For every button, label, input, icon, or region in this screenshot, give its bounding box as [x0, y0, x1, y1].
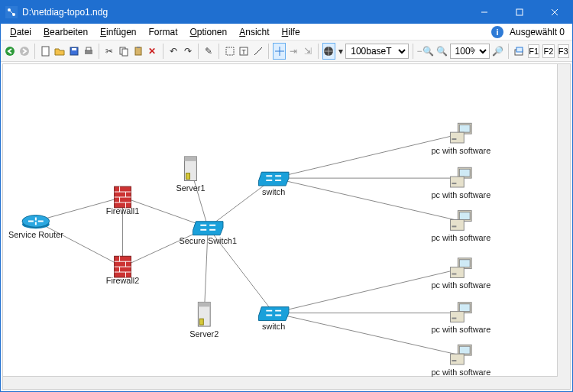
save-button[interactable]: [68, 43, 81, 60]
menu-view[interactable]: Ansicht: [235, 25, 274, 39]
minimize-button[interactable]: [467, 1, 502, 24]
menu-bar: Datei Bearbeiten Einfügen Format Optione…: [1, 24, 572, 40]
menu-file[interactable]: Datei: [5, 25, 36, 39]
node-router[interactable]: Service Router: [8, 215, 63, 240]
delete-button[interactable]: ✕: [146, 43, 159, 60]
line-button[interactable]: [252, 43, 265, 60]
selection-status: Ausgewählt 0: [507, 27, 568, 37]
link-swB-pc6[interactable]: [274, 313, 461, 356]
svg-point-9: [20, 47, 29, 56]
menu-format[interactable]: Format: [144, 25, 182, 39]
svg-rect-29: [516, 47, 523, 52]
app-window: D:\netdiag-topo1.ndg Datei Bearbeiten Ei…: [0, 0, 573, 392]
paste-button[interactable]: [131, 43, 144, 60]
menu-insert[interactable]: Einfügen: [96, 25, 141, 39]
svg-line-22: [254, 47, 262, 55]
open-button[interactable]: [53, 43, 66, 60]
topology-svg[interactable]: Service RouterFirewall1Firewall2Server1S…: [3, 64, 570, 389]
zoom-fit-button[interactable]: 🔎: [491, 43, 504, 60]
print-button[interactable]: [82, 43, 95, 60]
svg-text:T: T: [242, 48, 247, 56]
link-type-select[interactable]: 100baseT: [345, 44, 409, 59]
node-label: pc with software: [431, 368, 490, 377]
svg-rect-18: [137, 47, 140, 48]
select-button[interactable]: [223, 43, 236, 60]
node-label: pc with software: [431, 190, 490, 199]
diagram-canvas[interactable]: Service RouterFirewall1Firewall2Server1S…: [2, 63, 571, 390]
node-label: pc with software: [431, 233, 490, 242]
svg-rect-12: [72, 48, 76, 50]
new-button[interactable]: [39, 43, 52, 60]
window-controls: [467, 1, 572, 24]
maximize-button[interactable]: [502, 1, 537, 24]
node-label: switch: [262, 322, 285, 331]
node-pc2[interactable]: pc with software: [431, 167, 490, 199]
link-swA-pc1[interactable]: [274, 134, 461, 178]
grid-button[interactable]: [322, 43, 335, 60]
menu-help[interactable]: Hilfe: [277, 25, 305, 39]
redo-button[interactable]: ↷: [181, 43, 194, 60]
cut-button[interactable]: ✂: [103, 43, 116, 60]
zoom-out-button[interactable]: −🔍: [417, 43, 434, 60]
window-title: D:\netdiag-topo1.ndg: [22, 7, 467, 18]
copy-button[interactable]: [118, 43, 131, 60]
grid-options-button[interactable]: ▾: [337, 43, 344, 60]
node-pc5[interactable]: pc with software: [431, 303, 490, 335]
svg-rect-16: [122, 49, 128, 56]
svg-point-8: [5, 47, 15, 56]
f3-button[interactable]: F3: [558, 44, 569, 58]
node-swB[interactable]: switch: [258, 307, 289, 332]
menu-edit[interactable]: Bearbeiten: [39, 25, 92, 39]
zoom-in-button[interactable]: 🔍: [435, 43, 448, 60]
node-label: Firewall2: [106, 276, 139, 285]
node-label: pc with software: [431, 146, 490, 155]
node-srv2[interactable]: Server2: [189, 302, 219, 338]
node-pc6[interactable]: pc with software: [431, 345, 490, 377]
title-bar[interactable]: D:\netdiag-topo1.ndg: [1, 1, 572, 24]
snap-button[interactable]: [273, 43, 286, 60]
node-sswitch[interactable]: Secure Switch1: [179, 222, 236, 246]
info-icon[interactable]: i: [491, 26, 503, 38]
distribute-button[interactable]: ⇲: [302, 43, 315, 60]
node-label: Server1: [176, 183, 205, 193]
f1-button[interactable]: F1: [528, 44, 539, 58]
nav-forward-button[interactable]: [18, 43, 31, 60]
undo-button[interactable]: ↶: [167, 43, 180, 60]
zoom-select[interactable]: 100%: [450, 44, 490, 59]
align-button[interactable]: ⇥: [287, 43, 300, 60]
svg-rect-19: [226, 47, 234, 55]
node-label: Secure Switch1: [179, 236, 236, 245]
link-swA-pc3[interactable]: [274, 178, 461, 221]
toolbar: ✂ ✕ ↶ ↷ ✎ T ⇥ ⇲ ▾ 100baseT −🔍 🔍 100% 🔎 F…: [1, 40, 572, 62]
node-label: Server2: [189, 329, 219, 339]
svg-rect-5: [516, 9, 523, 15]
app-icon: [5, 6, 18, 18]
close-button[interactable]: [537, 1, 572, 24]
node-pc3[interactable]: pc with software: [431, 211, 490, 243]
svg-rect-17: [135, 47, 141, 55]
svg-rect-14: [86, 47, 91, 50]
format-painter-button[interactable]: ✎: [202, 43, 215, 60]
node-swA[interactable]: switch: [258, 172, 289, 196]
link-router-fw2[interactable]: [36, 221, 123, 267]
text-button[interactable]: T: [238, 43, 251, 60]
f2-button[interactable]: F2: [542, 44, 554, 58]
node-label: Service Router: [8, 230, 63, 239]
link-swB-pc4[interactable]: [274, 269, 461, 313]
nav-back-button[interactable]: [4, 43, 17, 60]
node-label: Firewall1: [106, 206, 139, 215]
node-label: switch: [262, 187, 285, 196]
layers-button[interactable]: [512, 43, 525, 60]
node-label: pc with software: [431, 280, 490, 290]
svg-rect-10: [42, 47, 49, 56]
node-label: pc with software: [431, 325, 490, 334]
menu-options[interactable]: Optionen: [186, 25, 232, 39]
node-srv1[interactable]: Server1: [176, 157, 205, 193]
